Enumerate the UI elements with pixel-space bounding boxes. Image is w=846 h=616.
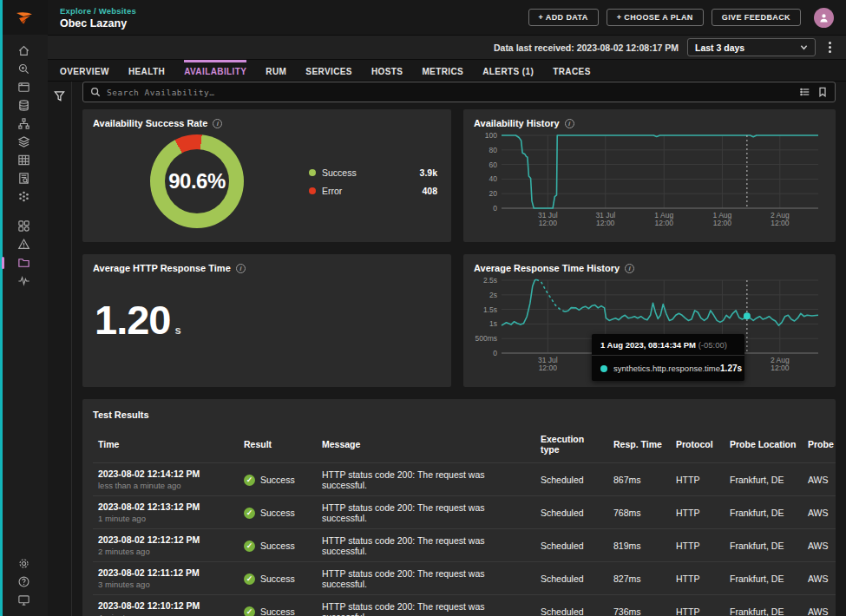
list-view-icon[interactable]	[800, 87, 810, 97]
chevron-down-icon	[800, 43, 808, 51]
sidebar-item-kubernetes[interactable]	[11, 187, 37, 206]
table-row[interactable]: 2023-08-02 12:12:12 PM2 minutes ago✓Succ…	[93, 529, 836, 562]
svg-text:40: 40	[489, 174, 498, 183]
cell-probe-platform: AWS	[803, 595, 836, 616]
filter-funnel-icon[interactable]	[54, 90, 65, 102]
tab-alerts-1[interactable]: ALERTS (1)	[482, 60, 534, 81]
column-header-protocol[interactable]: Protocol	[671, 427, 725, 463]
avg-response-value: 1.20	[95, 296, 170, 344]
svg-text:2.5s: 2.5s	[483, 276, 497, 285]
table-row[interactable]: 2023-08-02 12:13:12 PM1 minute ago✓Succe…	[93, 496, 836, 529]
check-icon: ✓	[244, 475, 255, 486]
svg-text:12:00: 12:00	[655, 219, 674, 227]
cell-time: 2023-08-02 12:12:12 PM2 minutes ago	[93, 529, 239, 562]
column-header-resp-time[interactable]: Resp. Time	[608, 427, 671, 463]
search-box	[82, 82, 836, 102]
tab-traces[interactable]: TRACES	[553, 60, 591, 81]
sidebar-item-websites[interactable]	[11, 253, 37, 272]
legend-label: Error	[322, 186, 342, 196]
sidebar-item-dashboards[interactable]	[11, 217, 37, 235]
user-avatar[interactable]	[814, 8, 834, 28]
sidebar-item-network-topology[interactable]	[11, 115, 37, 133]
cell-resp-time: 867ms	[608, 463, 671, 496]
line-chart-canvas[interactable]: 02040608010031 Jul12:0031 Jul12:001 Aug1…	[474, 130, 825, 229]
alerts-icon	[17, 238, 30, 251]
top-header: Explore / Websites Obec Lazany + ADD DAT…	[48, 0, 846, 35]
table-row[interactable]: 2023-08-02 12:10:12 PM4 minutes ago✓Succ…	[93, 595, 836, 616]
logs-icon	[17, 172, 30, 185]
card-title: Availability Success Rate	[93, 118, 207, 128]
svg-text:80: 80	[489, 146, 498, 154]
column-header-result[interactable]: Result	[239, 427, 317, 463]
availability-success-rate-card: Availability Success Rate 90.6% Success3…	[82, 109, 451, 242]
sidebar-item-explore[interactable]	[11, 60, 37, 78]
success-rate-donut[interactable]: 90.6%	[150, 134, 244, 228]
browser-icon	[17, 81, 30, 94]
choose-plan-button[interactable]: + CHOOSE A PLAN	[607, 9, 704, 26]
legend-color-dot	[309, 169, 316, 176]
info-icon[interactable]	[213, 119, 222, 128]
info-icon[interactable]	[625, 264, 634, 273]
legend-color-dot	[309, 187, 316, 194]
svg-text:1.5s: 1.5s	[483, 305, 497, 314]
bookmark-icon[interactable]	[817, 87, 828, 97]
sidebar-item-health-pulse[interactable]	[11, 272, 37, 290]
table-row[interactable]: 2023-08-02 12:11:12 PM3 minutes ago✓Succ…	[93, 562, 836, 595]
breadcrumb-explore[interactable]: Explore	[60, 6, 91, 16]
sidebar-item-terminal-monitor[interactable]	[11, 591, 37, 609]
time-range-select[interactable]: Last 3 days	[687, 38, 816, 56]
svg-text:12:00: 12:00	[713, 219, 732, 227]
sidebar-item-entities-grid[interactable]	[11, 151, 37, 169]
avg-http-response-time-card: Average HTTP Response Time 1.20 s	[82, 254, 451, 387]
cell-message: HTTP status code 200: The request was su…	[317, 595, 535, 616]
give-feedback-button[interactable]: GIVE FEEDBACK	[712, 9, 801, 26]
table-title: Test Results	[93, 410, 825, 420]
sidebar-item-help[interactable]	[11, 573, 37, 591]
legend-label: Success	[322, 167, 357, 178]
sidebar-item-logs[interactable]	[11, 169, 37, 187]
search-row	[72, 82, 846, 102]
cell-time: 2023-08-02 12:13:12 PM1 minute ago	[93, 496, 239, 529]
sidebar-item-home[interactable]	[11, 42, 37, 60]
sidebar-item-settings[interactable]	[11, 554, 37, 573]
tooltip-timestamp: 1 Aug 2023, 08:14:34 PM (-05:00)	[592, 334, 744, 356]
tab-availability[interactable]: AVAILABILITY	[184, 60, 246, 81]
column-header-probe-location[interactable]: Probe Location	[725, 427, 803, 463]
test-results-table: TimeResultMessageExecution typeResp. Tim…	[93, 427, 836, 616]
sidebar-item-databases[interactable]	[11, 96, 37, 115]
tab-hosts[interactable]: HOSTS	[371, 60, 403, 81]
info-icon[interactable]	[236, 264, 246, 273]
tab-health[interactable]: HEALTH	[128, 60, 165, 81]
add-data-button[interactable]: + ADD DATA	[528, 9, 599, 26]
cell-message: HTTP status code 200: The request was su…	[317, 496, 535, 529]
svg-text:12:00: 12:00	[539, 364, 558, 372]
table-row[interactable]: 2023-08-02 12:14:12 PMless than a minute…	[93, 463, 836, 496]
sidebar-item-alerts[interactable]	[11, 235, 37, 253]
solarwinds-logo[interactable]	[0, 0, 48, 35]
column-header-message[interactable]: Message	[317, 427, 535, 463]
search-input[interactable]	[107, 88, 800, 97]
svg-text:0: 0	[493, 204, 497, 213]
sidebar-item-browser[interactable]	[11, 78, 37, 96]
column-header-probe-platform[interactable]: Probe Platform	[803, 427, 836, 463]
legend-item-error: Error408	[309, 186, 437, 196]
tab-rum[interactable]: RUM	[266, 60, 286, 81]
app-root: Explore / Websites Obec Lazany + ADD DAT…	[0, 0, 846, 616]
info-icon[interactable]	[565, 119, 574, 128]
tab-services[interactable]: SERVICES	[305, 60, 352, 81]
cell-protocol: HTTP	[671, 562, 725, 595]
tab-metrics[interactable]: METRICS	[422, 60, 463, 81]
main-column: Explore / Websites Obec Lazany + ADD DAT…	[48, 0, 846, 616]
cell-probe-location: Frankfurt, DE	[725, 463, 803, 496]
kebab-menu-icon[interactable]	[824, 39, 836, 56]
sidebar-bottom-nav	[11, 554, 37, 609]
sidebar-item-layers[interactable]	[11, 133, 37, 151]
breadcrumb-websites[interactable]: Websites	[99, 6, 136, 16]
column-header-execution-type[interactable]: Execution type	[535, 427, 608, 463]
tooltip-metric-row: synthetics.http.response.time 1.27s	[592, 356, 744, 381]
cell-protocol: HTTP	[671, 496, 725, 529]
avg-response-unit: s	[174, 324, 180, 337]
cell-execution-type: Scheduled	[535, 463, 608, 496]
tab-overview[interactable]: OVERVIEW	[60, 60, 109, 81]
column-header-time[interactable]: Time	[93, 427, 239, 463]
